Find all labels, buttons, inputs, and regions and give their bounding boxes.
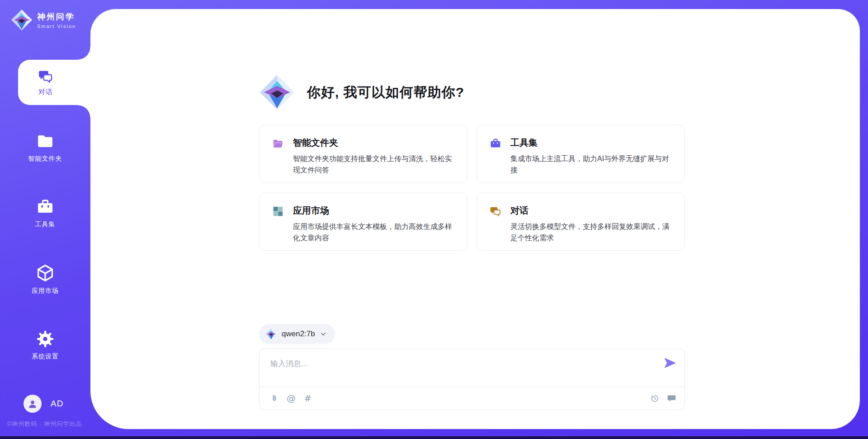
model-name: qwen2:7b — [282, 329, 315, 339]
send-button[interactable] — [664, 357, 676, 369]
brand-diamond-icon — [265, 328, 277, 340]
folder-open-icon — [272, 138, 284, 149]
history-button[interactable] — [650, 393, 660, 404]
user-avatar-icon — [27, 398, 38, 410]
main-content: 你好, 我可以如何帮助你? 智能文件夹 智能文件夹功能支持批量文件上传与清洗，轻… — [259, 0, 685, 439]
card-title: 对话 — [510, 205, 672, 217]
brand-diamond-icon — [259, 74, 295, 110]
sidebar-footer-text: ©神州数码 · 神州问学出品 — [7, 420, 82, 428]
card-description: 灵活切换多模型文件，支持多样回复效果调试，满足个性化需求 — [510, 221, 672, 243]
sidebar-item-smart-folder[interactable]: 智能文件夹 — [0, 132, 90, 163]
sidebar-item-label: 工具集 — [35, 220, 56, 229]
attachment-icon — [270, 393, 279, 403]
card-smart-folder[interactable]: 智能文件夹 智能文件夹功能支持批量文件上传与清洗，轻松实现文件问答 — [259, 125, 467, 183]
composer-toolbar: @ # — [269, 387, 676, 410]
chat-icon — [38, 69, 53, 84]
folder-icon — [36, 132, 54, 150]
hashtag-button[interactable]: # — [303, 393, 313, 404]
feedback-button[interactable] — [666, 393, 676, 404]
brand-name: 神州问学 — [37, 11, 76, 22]
user-chip[interactable]: AD — [24, 395, 63, 413]
attachment-button[interactable] — [269, 393, 279, 404]
card-toolset[interactable]: 工具集 集成市场上主流工具，助力AI与外界无缝扩展与对接 — [476, 125, 685, 183]
cube-icon — [36, 263, 55, 282]
user-initials: AD — [51, 399, 63, 409]
history-icon — [650, 394, 660, 403]
greeting-text: 你好, 我可以如何帮助你? — [307, 83, 464, 102]
message-input[interactable] — [265, 353, 654, 381]
card-app-market[interactable]: 应用市场 应用市场提供丰富长文本模板，助力高效生成多样化文章内容 — [259, 193, 467, 251]
app-logo: 神州问学 Smart Vision — [11, 9, 76, 31]
grid-icon — [272, 205, 284, 217]
chat-icon — [490, 205, 501, 217]
greeting: 你好, 我可以如何帮助你? — [259, 74, 464, 110]
brand-subtitle: Smart Vision — [37, 24, 76, 29]
gear-icon — [36, 330, 54, 348]
chevron-down-icon — [320, 330, 327, 338]
toolbox-icon — [490, 138, 501, 149]
feedback-icon — [667, 394, 676, 403]
sidebar-item-app-market[interactable]: 应用市场 — [0, 263, 90, 295]
card-chat[interactable]: 对话 灵活切换多模型文件，支持多样回复效果调试，满足个性化需求 — [476, 193, 685, 251]
mention-icon: @ — [287, 393, 296, 404]
card-description: 应用市场提供丰富长文本模板，助力高效生成多样化文章内容 — [293, 221, 454, 243]
sidebar-item-label: 对话 — [38, 88, 53, 96]
mention-button[interactable]: @ — [286, 393, 296, 404]
sidebar-item-toolset[interactable]: 工具集 — [0, 198, 90, 229]
sidebar-item-chat[interactable]: 对话 — [18, 60, 90, 105]
window-bottom-edge — [0, 436, 868, 439]
card-title: 工具集 — [510, 137, 672, 149]
card-title: 智能文件夹 — [293, 137, 454, 149]
sidebar-item-label: 应用市场 — [32, 287, 59, 295]
card-description: 智能文件夹功能支持批量文件上传与清洗，轻松实现文件问答 — [293, 153, 454, 176]
brand-diamond-icon — [11, 9, 33, 31]
sidebar-item-label: 系统设置 — [32, 353, 59, 361]
feature-cards: 智能文件夹 智能文件夹功能支持批量文件上传与清洗，轻松实现文件问答 工具集 集成… — [259, 125, 685, 251]
card-title: 应用市场 — [293, 205, 454, 217]
send-icon — [664, 357, 676, 369]
hashtag-icon: # — [304, 393, 312, 404]
sidebar-item-label: 智能文件夹 — [28, 155, 62, 163]
card-description: 集成市场上主流工具，助力AI与外界无缝扩展与对接 — [510, 153, 672, 176]
sidebar-item-settings[interactable]: 系统设置 — [0, 330, 90, 361]
toolbox-icon — [36, 198, 54, 216]
avatar — [24, 395, 42, 413]
message-composer: @ # — [259, 348, 685, 410]
model-selector[interactable]: qwen2:7b — [259, 324, 335, 344]
